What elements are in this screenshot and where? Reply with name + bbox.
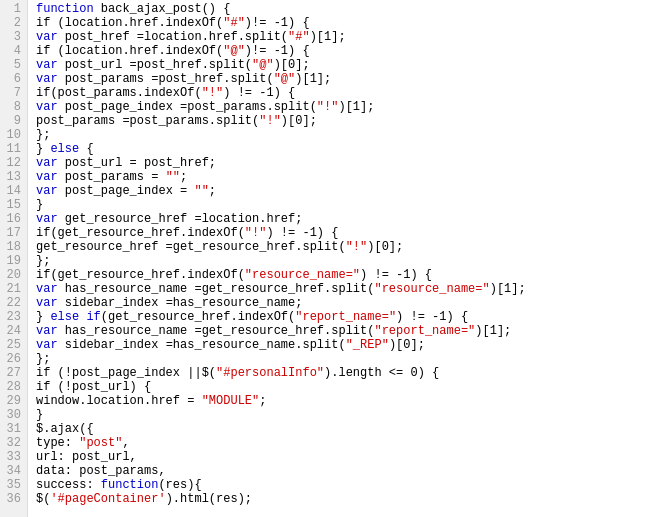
line-number: 35: [4, 478, 21, 492]
token-kw: else: [50, 310, 79, 324]
code-line: var has_resource_name =get_resource_href…: [36, 324, 658, 338]
code-line: type: "post",: [36, 436, 658, 450]
token-var-kw: var: [36, 282, 58, 296]
code-line: if (!post_url) {: [36, 380, 658, 394]
token-kw: function: [36, 2, 94, 16]
code-line: var has_resource_name =get_resource_href…: [36, 282, 658, 296]
token-plain: if (!post_url) {: [36, 380, 151, 394]
token-str: "MODULE": [202, 394, 260, 408]
token-plain: ;: [259, 394, 266, 408]
token-plain: success:: [36, 478, 101, 492]
code-line: data: post_params,: [36, 464, 658, 478]
code-line: } else if(get_resource_href.indexOf("rep…: [36, 310, 658, 324]
token-str: "!": [317, 100, 339, 114]
token-str: "": [194, 184, 208, 198]
token-plain: sidebar_index =has_resource_name.split(: [58, 338, 346, 352]
line-number: 27: [4, 366, 21, 380]
token-plain: ,: [122, 436, 129, 450]
code-body[interactable]: function back_ajax_post() {if (location.…: [28, 0, 658, 517]
code-line: window.location.href = "MODULE";: [36, 394, 658, 408]
token-plain: (res){: [158, 478, 201, 492]
token-plain: ;: [209, 184, 216, 198]
line-number: 24: [4, 324, 21, 338]
token-plain: }: [36, 310, 50, 324]
token-plain: $(: [36, 492, 50, 506]
code-line: $('#pageContainer').html(res);: [36, 492, 658, 506]
token-plain: if(post_params.indexOf(: [36, 86, 202, 100]
token-plain: (get_resource_href.indexOf(: [101, 310, 295, 324]
token-str: "resource_name=": [374, 282, 489, 296]
token-plain: }: [36, 198, 43, 212]
token-plain: ) != -1) {: [396, 310, 468, 324]
token-plain: if(get_resource_href.indexOf(: [36, 226, 245, 240]
line-number: 6: [4, 72, 21, 86]
code-line: }: [36, 198, 658, 212]
code-line: } else {: [36, 142, 658, 156]
token-plain: window.location.href =: [36, 394, 202, 408]
token-var-kw: var: [36, 58, 58, 72]
token-plain: ).html(res);: [166, 492, 252, 506]
token-plain: post_url =post_href.split(: [58, 58, 252, 72]
code-line: var sidebar_index =has_resource_name;: [36, 296, 658, 310]
code-line: if (!post_page_index ||$("#personalInfo"…: [36, 366, 658, 380]
code-line: if (location.href.indexOf("@")!= -1) {: [36, 44, 658, 58]
token-plain: )[1];: [310, 30, 346, 44]
token-plain: type:: [36, 436, 79, 450]
line-number: 8: [4, 100, 21, 114]
line-number-column: 1234567891011121314151617181920212223242…: [0, 0, 28, 517]
code-line: post_params =post_params.split("!")[0];: [36, 114, 658, 128]
code-line: var sidebar_index =has_resource_name.spl…: [36, 338, 658, 352]
line-number: 20: [4, 268, 21, 282]
token-str: "@": [274, 72, 296, 86]
token-str: "_REP": [346, 338, 389, 352]
code-line: var post_page_index =post_params.split("…: [36, 100, 658, 114]
line-number: 18: [4, 240, 21, 254]
token-str: "!": [245, 226, 267, 240]
token-plain: back_ajax_post() {: [94, 2, 231, 16]
token-plain: )[0];: [274, 58, 310, 72]
token-kw: function: [101, 478, 159, 492]
token-plain: };: [36, 128, 50, 142]
code-line: if(get_resource_href.indexOf("!") != -1)…: [36, 226, 658, 240]
token-plain: get_resource_href =location.href;: [58, 212, 303, 226]
token-plain: )[0];: [389, 338, 425, 352]
token-plain: {: [79, 142, 93, 156]
line-number: 7: [4, 86, 21, 100]
token-plain: data: post_params,: [36, 464, 166, 478]
token-plain: )!= -1) {: [245, 16, 310, 30]
token-str: "": [166, 170, 180, 184]
line-number: 32: [4, 436, 21, 450]
token-var-kw: var: [36, 156, 58, 170]
code-viewer: 1234567891011121314151617181920212223242…: [0, 0, 658, 517]
line-number: 1: [4, 2, 21, 16]
token-plain: )[1];: [475, 324, 511, 338]
line-number: 15: [4, 198, 21, 212]
token-plain: if (!post_page_index ||$(: [36, 366, 216, 380]
line-number: 23: [4, 310, 21, 324]
token-plain: has_resource_name =get_resource_href.spl…: [58, 282, 375, 296]
line-number: 2: [4, 16, 21, 30]
token-plain: post_params =post_params.split(: [36, 114, 259, 128]
token-str: "report_name=": [295, 310, 396, 324]
line-number: 13: [4, 170, 21, 184]
token-plain: )!= -1) {: [245, 44, 310, 58]
line-number: 12: [4, 156, 21, 170]
code-line: var get_resource_href =location.href;: [36, 212, 658, 226]
token-plain: if (location.href.indexOf(: [36, 44, 223, 58]
token-kw: if: [86, 310, 100, 324]
token-str: "!": [202, 86, 224, 100]
token-var-kw: var: [36, 100, 58, 114]
token-plain: ) != -1) {: [360, 268, 432, 282]
token-var-kw: var: [36, 324, 58, 338]
code-line: function back_ajax_post() {: [36, 2, 658, 16]
token-var-kw: var: [36, 184, 58, 198]
line-number: 10: [4, 128, 21, 142]
token-str: "!": [259, 114, 281, 128]
token-str: '#pageContainer': [50, 492, 165, 506]
code-line: var post_href =location.href.split("#")[…: [36, 30, 658, 44]
token-var-kw: var: [36, 170, 58, 184]
code-line: success: function(res){: [36, 478, 658, 492]
line-number: 34: [4, 464, 21, 478]
token-plain: sidebar_index =has_resource_name;: [58, 296, 303, 310]
token-str: "report_name=": [374, 324, 475, 338]
